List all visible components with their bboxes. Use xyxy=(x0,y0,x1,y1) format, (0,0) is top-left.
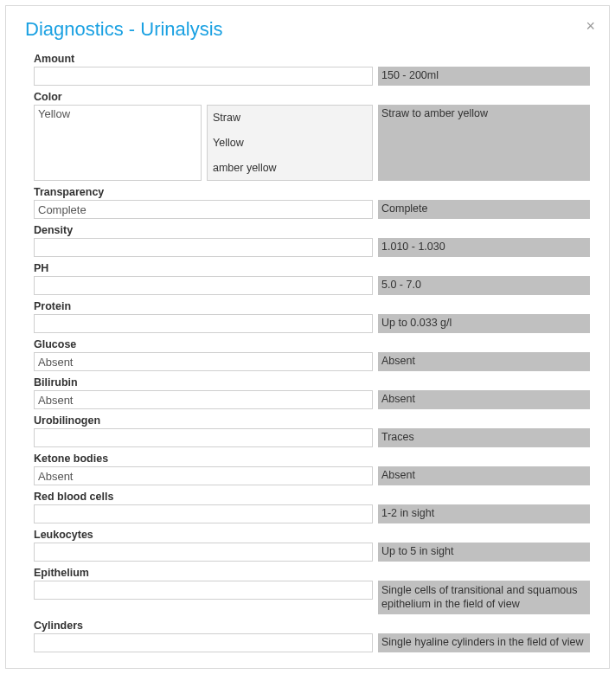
ph-label: PH xyxy=(34,262,590,274)
rbc-reference: 1-2 in sight xyxy=(378,504,590,523)
density-label: Density xyxy=(34,224,590,236)
protein-label: Protein xyxy=(34,300,590,312)
bilirubin-label: Bilirubin xyxy=(34,376,590,389)
urobilinogen-input[interactable] xyxy=(34,428,373,447)
leukocytes-label: Leukocytes xyxy=(34,529,590,541)
cylinders-input[interactable] xyxy=(34,633,373,652)
color-label: Color xyxy=(34,91,590,103)
form-area: Amount 150 - 200ml Color Straw Yellow am… xyxy=(25,53,590,652)
ketone-input[interactable] xyxy=(34,466,373,485)
ph-reference: 5.0 - 7.0 xyxy=(378,276,590,295)
protein-reference: Up to 0.033 g/l xyxy=(378,314,590,333)
color-reference: Straw to amber yellow xyxy=(378,105,590,181)
epithelium-label: Epithelium xyxy=(34,567,590,579)
transparency-input[interactable] xyxy=(34,200,373,219)
ph-input[interactable] xyxy=(34,276,373,295)
glucose-input[interactable] xyxy=(34,352,373,371)
bilirubin-input[interactable] xyxy=(34,390,373,409)
color-options-list[interactable]: Straw Yellow amber yellow xyxy=(207,105,373,181)
page-title: Diagnostics - Urinalysis xyxy=(25,18,590,41)
amount-reference: 150 - 200ml xyxy=(378,67,590,86)
cylinders-reference: Single hyaline cylinders in the field of… xyxy=(378,633,590,652)
leukocytes-input[interactable] xyxy=(34,543,373,562)
rbc-input[interactable] xyxy=(34,504,373,523)
cylinders-label: Cylinders xyxy=(34,620,590,632)
rbc-label: Red blood cells xyxy=(34,491,590,503)
color-input[interactable] xyxy=(34,105,202,181)
leukocytes-reference: Up to 5 in sight xyxy=(378,543,590,562)
epithelium-input[interactable] xyxy=(34,581,373,600)
transparency-reference: Complete xyxy=(378,200,590,219)
amount-input[interactable] xyxy=(34,67,373,86)
transparency-label: Transparency xyxy=(34,186,590,198)
density-input[interactable] xyxy=(34,238,373,257)
amount-label: Amount xyxy=(34,53,590,65)
diagnostics-panel: Diagnostics - Urinalysis × Amount 150 - … xyxy=(5,5,610,669)
urobilinogen-reference: Traces xyxy=(378,428,590,447)
bilirubin-reference: Absent xyxy=(378,390,590,409)
color-option-amber[interactable]: amber yellow xyxy=(213,159,367,177)
ketone-reference: Absent xyxy=(378,466,590,485)
color-option-yellow[interactable]: Yellow xyxy=(213,134,367,151)
epithelium-reference: Single cells of transitional and squamou… xyxy=(378,581,590,614)
density-reference: 1.010 - 1.030 xyxy=(378,238,590,257)
urobilinogen-label: Urobilinogen xyxy=(34,414,590,427)
glucose-label: Glucose xyxy=(34,338,590,350)
glucose-reference: Absent xyxy=(378,352,590,371)
ketone-label: Ketone bodies xyxy=(34,453,590,465)
close-icon[interactable]: × xyxy=(586,18,595,34)
color-option-straw[interactable]: Straw xyxy=(213,109,367,126)
protein-input[interactable] xyxy=(34,314,373,333)
